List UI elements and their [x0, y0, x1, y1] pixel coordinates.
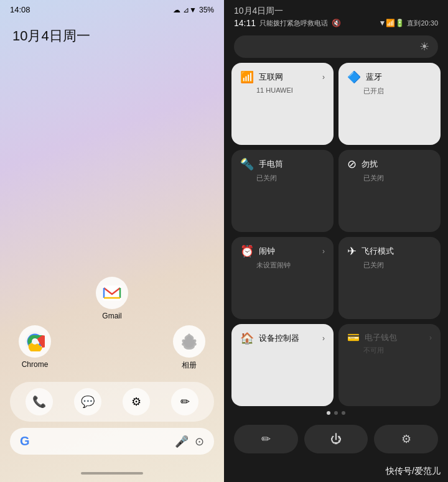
google-g-logo: G	[20, 434, 30, 448]
device-icon: 🏠	[240, 331, 254, 345]
tile-alarm-header: ⏰ 闹钟 ›	[240, 244, 325, 258]
right-panel: 10月4日周一 14:11 只能拨打紧急呼救电话 🔇 ▼📶🔋 直到20:30 ☀…	[224, 0, 448, 482]
gmail-svg	[103, 285, 121, 300]
tile-dnd[interactable]: ⊘ 勿扰 已关闭	[338, 150, 441, 232]
dot-2	[334, 411, 338, 415]
dnd-title: 勿扰	[362, 159, 378, 170]
right-signal-wifi: ▼📶🔋	[379, 19, 405, 27]
svg-point-3	[32, 338, 38, 345]
tile-airplane-header: ✈ 飞行模式	[347, 244, 432, 258]
gmail-row: Gmail	[0, 277, 224, 320]
right-date-bar: 10月4日周一	[224, 0, 448, 17]
search-bar[interactable]: G 🎤 ⊙	[10, 428, 214, 455]
tile-flashlight-header: 🔦 手电筒	[240, 157, 325, 171]
app-chrome[interactable]: Chrome	[19, 325, 51, 371]
left-time: 14:08	[10, 5, 30, 14]
right-time: 14:11	[234, 18, 256, 28]
left-status-icons: ☁ ⊿▼ 35%	[173, 6, 214, 14]
brightness-row: ☀	[224, 33, 448, 63]
internet-arrow: ›	[322, 73, 325, 81]
device-arrow: ›	[322, 334, 325, 343]
flashlight-title: 手电筒	[259, 159, 283, 170]
alarm-subtitle: 未设置闹钟	[240, 261, 325, 270]
app-album[interactable]: 相册	[173, 325, 205, 371]
home-indicator	[0, 467, 224, 480]
battery-text: 35%	[199, 6, 214, 14]
album-label: 相册	[182, 360, 197, 371]
dnd-icon: ⊘	[347, 157, 357, 171]
left-status-bar: 14:08 ☁ ⊿▼ 35%	[0, 0, 224, 17]
dock-phone[interactable]: 📞	[26, 388, 53, 415]
bluetooth-title: 蓝牙	[366, 72, 382, 83]
alarm-icon: ⏰	[240, 244, 254, 258]
dock-bar: 📞 💬 ⚙ ✏	[10, 382, 214, 422]
watermark: 快传号/爱范儿	[224, 462, 448, 482]
gmail-icon-bg	[96, 277, 128, 309]
tile-dnd-header: ⊘ 勿扰	[347, 157, 432, 171]
left-app-icons: Gmail Chrome	[0, 45, 224, 382]
chrome-album-row: Chrome 相册	[0, 325, 224, 371]
right-date: 10月4日周一	[234, 6, 283, 16]
bottom-actions: ✏ ⏻ ⚙	[224, 420, 448, 462]
bluetooth-subtitle: 已开启	[347, 86, 432, 96]
internet-icon: 📶	[240, 70, 254, 84]
emergency-text: 只能拨打紧急呼救电话	[259, 19, 328, 28]
album-svg	[180, 332, 198, 351]
wallet-icon: 💳	[347, 331, 360, 343]
tile-flashlight[interactable]: 🔦 手电筒 已关闭	[231, 150, 334, 232]
search-right-icons: 🎤 ⊙	[175, 435, 204, 448]
album-icon-bg	[173, 325, 205, 358]
settings-action[interactable]: ⚙	[374, 425, 438, 453]
alarm-title: 闹钟	[259, 246, 275, 257]
tile-alarm[interactable]: ⏰ 闹钟 › 未设置闹钟	[231, 237, 334, 319]
internet-title: 互联网	[259, 72, 283, 83]
power-action[interactable]: ⏻	[304, 425, 368, 453]
dock-sms[interactable]: 💬	[74, 388, 101, 415]
airplane-title: 飞行模式	[362, 246, 394, 257]
wallet-title: 电子钱包	[365, 332, 397, 343]
chrome-icon-bg	[19, 325, 51, 358]
dock-pen[interactable]: ✏	[171, 388, 198, 415]
tile-wallet-header: 💳 电子钱包 ›	[347, 331, 432, 343]
tile-device[interactable]: 🏠 设备控制器 ›	[231, 324, 334, 406]
dnd-subtitle: 已关闭	[347, 174, 432, 183]
app-gmail[interactable]: Gmail	[96, 277, 128, 320]
wallet-arrow: ›	[429, 333, 432, 342]
until-text: 直到20:30	[407, 19, 438, 28]
dot-3	[342, 411, 345, 415]
left-panel: 14:08 ☁ ⊿▼ 35% 10月4日周一	[0, 0, 224, 482]
brightness-icon: ☀	[419, 40, 429, 53]
page-dots	[224, 406, 448, 420]
tile-bluetooth-header: 🔷 蓝牙	[347, 70, 432, 84]
bluetooth-icon: 🔷	[347, 70, 361, 84]
chrome-label: Chrome	[22, 360, 49, 369]
tile-internet-header: 📶 互联网 ›	[240, 70, 325, 84]
brightness-slider[interactable]: ☀	[234, 35, 438, 58]
dock-settings[interactable]: ⚙	[123, 388, 150, 415]
gmail-label: Gmail	[102, 312, 121, 320]
signal-icons: ⊿▼	[183, 6, 197, 14]
device-title: 设备控制器	[259, 333, 299, 344]
chrome-svg	[25, 331, 45, 351]
flashlight-subtitle: 已关闭	[240, 174, 325, 183]
mic-icon[interactable]: 🎤	[175, 435, 189, 448]
edit-action[interactable]: ✏	[234, 425, 298, 453]
tile-bluetooth[interactable]: 🔷 蓝牙 已开启	[338, 63, 441, 145]
quick-tiles: 📶 互联网 › 11 HUAWEI 🔷 蓝牙 已开启 🔦 手电筒 已关闭	[224, 63, 448, 406]
tile-wallet[interactable]: 💳 电子钱包 › 不可用	[338, 324, 441, 406]
wallet-subtitle: 不可用	[347, 346, 432, 355]
airplane-icon: ✈	[347, 244, 357, 258]
home-bar	[81, 472, 143, 475]
sound-icon: 🔇	[332, 19, 341, 27]
tile-device-header: 🏠 设备控制器 ›	[240, 331, 325, 345]
lens-icon[interactable]: ⊙	[195, 435, 204, 448]
flashlight-icon: 🔦	[240, 157, 254, 171]
airplane-subtitle: 已关闭	[347, 261, 432, 270]
alarm-arrow: ›	[322, 247, 325, 256]
left-date: 10月4日周一	[0, 17, 224, 45]
tile-internet[interactable]: 📶 互联网 › 11 HUAWEI	[231, 63, 334, 145]
tile-airplane[interactable]: ✈ 飞行模式 已关闭	[338, 237, 441, 319]
weather-icon: ☁	[173, 6, 180, 14]
internet-subtitle: 11 HUAWEI	[240, 86, 325, 94]
dot-1	[327, 411, 330, 415]
